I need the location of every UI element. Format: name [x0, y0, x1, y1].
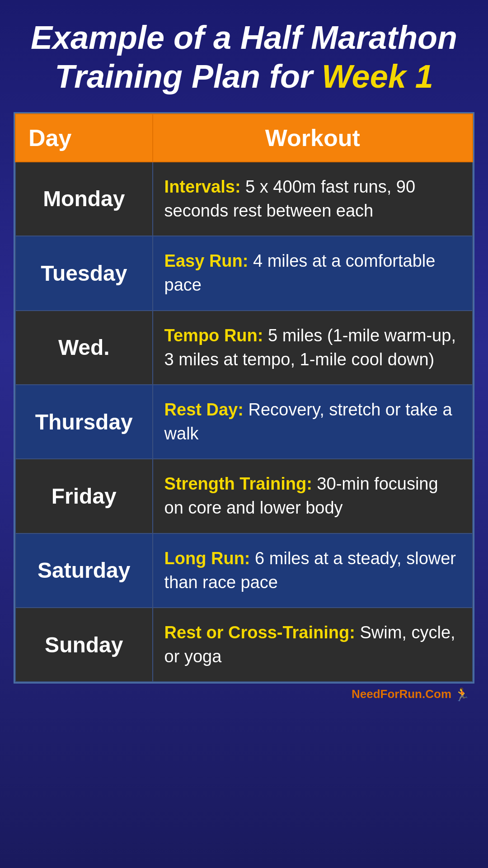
page-title: Example of a Half Marathon Training Plan… [31, 18, 457, 96]
workout-monday: Intervals: 5 x 400m fast runs, 90 second… [153, 162, 473, 236]
table-row: MondayIntervals: 5 x 400m fast runs, 90 … [15, 162, 473, 236]
title-line2-yellow: Week 1 [322, 58, 433, 94]
header-day: Day [15, 114, 153, 162]
table-row: FridayStrength Training: 30-min focusing… [15, 459, 473, 533]
title-line1: Example of a Half Marathon [31, 18, 457, 57]
workout-label-wednesday: Tempo Run: [164, 326, 263, 345]
workout-label-friday: Strength Training: [164, 474, 312, 493]
workout-label-saturday: Long Run: [164, 549, 250, 568]
table-header: Day Workout [15, 114, 473, 162]
table-row: TuesdayEasy Run: 4 miles at a comfortabl… [15, 236, 473, 310]
header-workout: Workout [153, 114, 473, 162]
workout-saturday: Long Run: 6 miles at a steady, slower th… [153, 533, 473, 608]
training-table: Day Workout MondayIntervals: 5 x 400m fa… [14, 112, 474, 684]
day-friday: Friday [15, 459, 153, 533]
title-line2: Training Plan for Week 1 [31, 57, 457, 96]
workout-label-monday: Intervals: [164, 177, 241, 196]
workout-wednesday: Tempo Run: 5 miles (1-mile warm-up, 3 mi… [153, 311, 473, 385]
table-row: SaturdayLong Run: 6 miles at a steady, s… [15, 533, 473, 608]
workout-tuesday: Easy Run: 4 miles at a comfortable pace [153, 236, 473, 310]
table-row: Wed.Tempo Run: 5 miles (1-mile warm-up, … [15, 311, 473, 385]
workout-label-thursday: Rest Day: [164, 400, 244, 419]
day-sunday: Sunday [15, 608, 153, 682]
watermark: NeedForRun.Com 🏃 [14, 684, 474, 702]
runner-icon: 🏃 [454, 687, 470, 702]
workout-friday: Strength Training: 30-min focusing on co… [153, 459, 473, 533]
day-thursday: Thursday [15, 385, 153, 459]
watermark-text: NeedForRun.Com [352, 687, 451, 702]
day-monday: Monday [15, 162, 153, 236]
day-wednesday: Wed. [15, 311, 153, 385]
day-saturday: Saturday [15, 533, 153, 608]
workout-sunday: Rest or Cross-Training: Swim, cycle, or … [153, 608, 473, 682]
workout-label-tuesday: Easy Run: [164, 251, 249, 270]
title-line2-white: Training Plan for [55, 58, 322, 94]
table-row: SundayRest or Cross-Training: Swim, cycl… [15, 608, 473, 682]
day-tuesday: Tuesday [15, 236, 153, 310]
table-row: ThursdayRest Day: Recovery, stretch or t… [15, 385, 473, 459]
workout-thursday: Rest Day: Recovery, stretch or take a wa… [153, 385, 473, 459]
workout-label-sunday: Rest or Cross-Training: [164, 623, 355, 642]
